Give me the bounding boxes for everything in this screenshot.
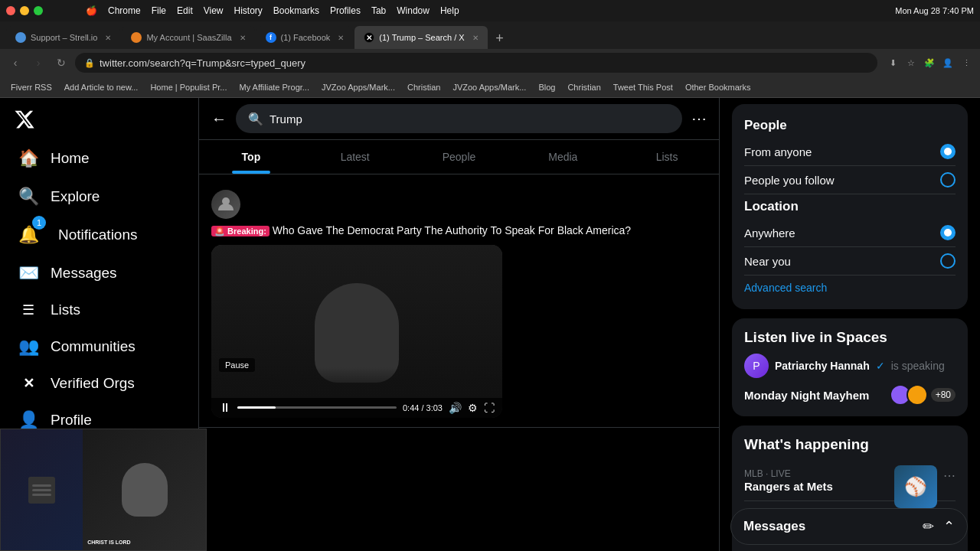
bookmark-home-populist[interactable]: Home | Populist Pr... bbox=[145, 81, 231, 93]
sidebar-item-explore-label: Explore bbox=[51, 188, 100, 205]
anywhere-radio[interactable] bbox=[940, 225, 956, 240]
volume-icon[interactable]: 🔊 bbox=[449, 402, 462, 414]
search-more-button[interactable]: ⋯ bbox=[691, 109, 707, 128]
video-gradient bbox=[211, 367, 502, 398]
pip-main-video: CHRIST IS LORD bbox=[83, 429, 206, 550]
sidebar-item-home-label: Home bbox=[51, 150, 90, 167]
tab-close-button[interactable]: ✕ bbox=[472, 34, 479, 42]
from-anyone-radio[interactable] bbox=[940, 144, 956, 159]
near-you-label: Near you bbox=[744, 255, 791, 268]
extension-icon[interactable]: 🧩 bbox=[922, 55, 937, 70]
menu-edit[interactable]: Edit bbox=[177, 5, 193, 16]
sidebar-item-messages[interactable]: ✉️ Messages bbox=[9, 256, 189, 291]
menu-bookmarks[interactable]: Bookmarks bbox=[273, 5, 319, 16]
sidebar-item-notifications[interactable]: 🔔 1 Notifications bbox=[9, 217, 189, 253]
menu-history[interactable]: History bbox=[234, 5, 263, 16]
bookmark-jvzoo1[interactable]: JVZoo Apps/Mark... bbox=[317, 81, 400, 93]
bookmark-affiliate[interactable]: My Affiliate Progr... bbox=[234, 81, 314, 93]
menu-chrome[interactable]: Chrome bbox=[108, 5, 141, 16]
pause-button[interactable]: Pause bbox=[219, 358, 255, 372]
near-you-radio[interactable] bbox=[940, 253, 956, 269]
trend-more-button[interactable]: ⋯ bbox=[943, 468, 956, 483]
sidebar-item-home[interactable]: 🏠 Home bbox=[9, 141, 189, 176]
sidebar-item-lists[interactable]: ☰ Lists bbox=[9, 294, 189, 326]
verified-orgs-icon: ✕ bbox=[18, 375, 38, 392]
advanced-search-link[interactable]: Advanced search bbox=[744, 276, 956, 300]
profile-icon[interactable]: 👤 bbox=[940, 55, 956, 70]
settings-icon[interactable]: ⚙ bbox=[468, 402, 478, 414]
bookmark-christian2[interactable]: Christian bbox=[563, 81, 605, 93]
fullscreen-icon[interactable]: ⛶ bbox=[484, 402, 495, 414]
tab-media[interactable]: Media bbox=[511, 140, 615, 174]
menu-icon[interactable]: ⋮ bbox=[959, 55, 974, 70]
compose-message-icon[interactable]: ✏ bbox=[923, 518, 934, 535]
menu-window[interactable]: Window bbox=[397, 5, 430, 16]
menu-profiles[interactable]: Profiles bbox=[330, 5, 361, 16]
filter-people-you-follow[interactable]: People you follow bbox=[744, 166, 956, 194]
search-input[interactable] bbox=[270, 112, 670, 126]
back-button[interactable]: ‹ bbox=[6, 54, 24, 72]
tab-twitter-search[interactable]: ✕ (1) Trump – Search / X ✕ bbox=[354, 26, 487, 49]
sidebar-item-verified-orgs[interactable]: ✕ Verified Orgs bbox=[9, 367, 189, 399]
people-you-follow-label: People you follow bbox=[744, 174, 835, 187]
menu-view[interactable]: View bbox=[204, 5, 224, 16]
new-tab-button[interactable]: + bbox=[489, 28, 511, 49]
x-logo-button[interactable] bbox=[9, 104, 40, 135]
close-window-button[interactable] bbox=[6, 6, 15, 15]
bookmark-christian1[interactable]: Christian bbox=[403, 81, 445, 93]
spaces-section[interactable]: Listen live in Spaces P Patriarchy Hanna… bbox=[732, 318, 968, 416]
filter-anywhere[interactable]: Anywhere bbox=[744, 219, 956, 247]
bookmark-fiverr[interactable]: Fiverr RSS bbox=[6, 81, 57, 93]
tab-close-button[interactable]: ✕ bbox=[240, 34, 246, 42]
progress-bar[interactable] bbox=[237, 406, 397, 409]
tweet-card: 🚨 Breaking: Who Gave The Democrat Party … bbox=[199, 181, 719, 428]
tab-people[interactable]: People bbox=[407, 140, 511, 174]
messages-float-panel[interactable]: Messages ✏ ⌃ bbox=[730, 508, 968, 545]
tab-close-button[interactable]: ✕ bbox=[105, 34, 111, 42]
menu-apple[interactable]: 🍎 bbox=[86, 5, 97, 16]
search-back-button[interactable]: ← bbox=[211, 110, 227, 128]
mac-status-bar: Mon Aug 28 7:40 PM bbox=[895, 6, 974, 15]
downloads-icon[interactable]: ⬇ bbox=[885, 55, 900, 70]
reload-button[interactable]: ↻ bbox=[52, 54, 70, 72]
explore-icon: 🔍 bbox=[18, 187, 38, 207]
sidebar-item-explore[interactable]: 🔍 Explore bbox=[9, 179, 189, 214]
filter-from-anyone[interactable]: From anyone bbox=[744, 138, 956, 166]
bookmark-jvzoo2[interactable]: JVZoo Apps/Mark... bbox=[448, 81, 531, 93]
tab-facebook[interactable]: f (1) Facebook ✕ bbox=[256, 26, 354, 49]
expand-messages-icon[interactable]: ⌃ bbox=[943, 518, 955, 535]
tab-support-strell[interactable]: Support – Strell.io ✕ bbox=[6, 26, 120, 49]
bookmark-add-article[interactable]: Add Article to new... bbox=[60, 81, 143, 93]
forward-button[interactable]: › bbox=[29, 54, 47, 72]
pip-poster bbox=[1, 429, 83, 550]
tab-label: (1) Facebook bbox=[281, 33, 331, 42]
tab-lists[interactable]: Lists bbox=[615, 140, 719, 174]
people-follow-radio[interactable] bbox=[940, 172, 956, 187]
menu-tab[interactable]: Tab bbox=[371, 5, 386, 16]
tab-top[interactable]: Top bbox=[199, 140, 303, 174]
url-bar[interactable]: 🔒 twitter.com/search?q=Trump&src=typed_q… bbox=[75, 53, 877, 73]
fullscreen-window-button[interactable] bbox=[34, 6, 43, 15]
video-thumbnail: THEY DONT CARE ABOUT US U.S bbox=[211, 245, 502, 398]
tab-close-button[interactable]: ✕ bbox=[338, 34, 344, 42]
sidebar-item-communities[interactable]: 👥 Communities bbox=[9, 329, 189, 364]
play-pause-icon[interactable]: ⏸ bbox=[219, 401, 231, 415]
bookmark-tweet-this[interactable]: Tweet This Post bbox=[609, 81, 678, 93]
tab-latest[interactable]: Latest bbox=[303, 140, 407, 174]
menu-file[interactable]: File bbox=[152, 5, 166, 16]
search-box[interactable]: 🔍 bbox=[236, 104, 682, 133]
trend-item-mlb[interactable]: MLB · LIVE Rangers at Mets ⋯ ⚾ bbox=[744, 461, 956, 501]
bookmark-other[interactable]: Other Bookmarks bbox=[681, 81, 756, 93]
video-container[interactable]: THEY DONT CARE ABOUT US U.S Pause ⏸ bbox=[211, 245, 502, 418]
minimize-window-button[interactable] bbox=[20, 6, 29, 15]
filter-near-you[interactable]: Near you bbox=[744, 247, 956, 276]
star-icon[interactable]: ☆ bbox=[903, 55, 919, 70]
sidebar-item-lists-label: Lists bbox=[51, 302, 80, 318]
messages-icon: ✉️ bbox=[18, 263, 38, 283]
progress-fill bbox=[237, 406, 276, 409]
bookmark-blog[interactable]: Blog bbox=[534, 81, 560, 93]
menu-help[interactable]: Help bbox=[440, 5, 459, 16]
tab-saaszilla[interactable]: My Account | SaasZilla ✕ bbox=[122, 26, 254, 49]
mac-menu-bar: 🍎 Chrome File Edit View History Bookmark… bbox=[86, 5, 459, 16]
browser-toolbar: ⬇ ☆ 🧩 👤 ⋮ bbox=[885, 55, 974, 70]
